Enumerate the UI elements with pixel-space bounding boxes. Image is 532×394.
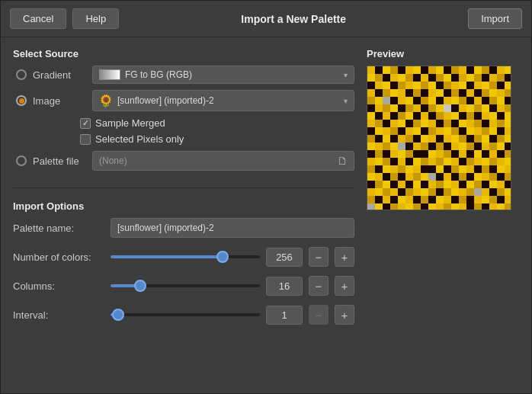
svg-rect-105 — [390, 104, 398, 112]
svg-rect-358 — [444, 203, 451, 210]
svg-rect-227 — [459, 150, 466, 158]
preview-image — [367, 66, 511, 210]
svg-rect-264 — [451, 165, 459, 173]
svg-rect-70 — [459, 89, 466, 97]
svg-rect-136 — [489, 112, 497, 120]
left-panel: Select Source Gradient FG to BG (RGB) ▾ — [13, 48, 354, 383]
svg-rect-288 — [489, 173, 497, 181]
svg-rect-12 — [451, 66, 459, 74]
svg-rect-218 — [390, 150, 398, 158]
svg-rect-167 — [436, 127, 444, 135]
svg-rect-181 — [398, 135, 405, 143]
svg-rect-332 — [390, 196, 398, 203]
num-colors-slider[interactable] — [111, 255, 260, 258]
svg-rect-18 — [497, 66, 505, 74]
svg-rect-46 — [421, 82, 428, 89]
svg-rect-364 — [489, 203, 497, 210]
svg-rect-29 — [436, 74, 444, 82]
columns-slider-thumb[interactable] — [134, 280, 146, 292]
svg-rect-343 — [474, 196, 482, 203]
svg-rect-144 — [405, 120, 413, 127]
image-label: Image — [33, 95, 86, 107]
cancel-button[interactable]: Cancel — [10, 8, 66, 29]
num-colors-slider-thumb[interactable] — [216, 251, 229, 263]
svg-rect-92 — [436, 97, 444, 104]
svg-rect-294 — [390, 181, 398, 188]
svg-rect-97 — [474, 97, 482, 104]
svg-rect-150 — [451, 120, 459, 127]
columns-increase[interactable]: + — [335, 276, 354, 296]
svg-rect-50 — [451, 82, 459, 89]
svg-rect-204 — [428, 143, 436, 150]
num-colors-increase[interactable]: + — [335, 247, 354, 267]
image-radio[interactable] — [16, 95, 27, 106]
svg-rect-101 — [505, 97, 511, 104]
svg-rect-188 — [451, 135, 459, 143]
selected-pixels-checkbox[interactable] — [80, 134, 91, 145]
svg-rect-198 — [383, 143, 390, 150]
svg-rect-220 — [405, 150, 413, 158]
palette-file-radio[interactable] — [16, 155, 27, 166]
gradient-radio[interactable] — [16, 69, 27, 80]
svg-rect-254 — [375, 165, 383, 173]
svg-rect-20 — [367, 74, 375, 82]
svg-rect-240 — [413, 158, 421, 165]
svg-rect-154 — [482, 120, 489, 127]
interval-decrease[interactable]: − — [309, 305, 328, 325]
help-button[interactable]: Help — [72, 8, 119, 29]
interval-slider[interactable] — [111, 313, 260, 316]
columns-decrease[interactable]: − — [309, 276, 328, 296]
svg-rect-22 — [383, 74, 390, 82]
interval-increase[interactable]: + — [335, 305, 354, 325]
preview-label: Preview — [367, 48, 519, 59]
svg-rect-17 — [489, 66, 497, 74]
svg-rect-260 — [421, 165, 428, 173]
sample-merged-checkbox[interactable] — [80, 118, 91, 129]
svg-rect-262 — [436, 165, 444, 173]
svg-rect-195 — [505, 135, 511, 143]
import-button[interactable]: Import — [468, 8, 522, 29]
svg-rect-37 — [497, 74, 505, 82]
gradient-dropdown[interactable]: FG to BG (RGB) ▾ — [92, 66, 354, 84]
svg-rect-75 — [497, 89, 505, 97]
svg-rect-325 — [482, 188, 489, 196]
svg-rect-28 — [428, 74, 436, 82]
file-browse-icon[interactable]: 🗋 — [337, 155, 348, 167]
interval-slider-thumb[interactable] — [112, 309, 124, 321]
svg-rect-189 — [459, 135, 466, 143]
svg-rect-266 — [466, 165, 474, 173]
svg-rect-38 — [505, 74, 511, 82]
svg-rect-178 — [375, 135, 383, 143]
svg-rect-135 — [482, 112, 489, 120]
svg-rect-322 — [459, 188, 466, 196]
num-colors-decrease[interactable]: − — [309, 247, 328, 267]
svg-rect-172 — [474, 127, 482, 135]
svg-rect-303 — [459, 181, 466, 188]
svg-rect-197 — [375, 143, 383, 150]
svg-rect-24 — [398, 74, 405, 82]
svg-rect-151 — [459, 120, 466, 127]
columns-slider[interactable] — [111, 284, 260, 287]
svg-rect-16 — [482, 66, 489, 74]
svg-rect-206 — [444, 143, 451, 150]
svg-rect-278 — [413, 173, 421, 181]
svg-rect-295 — [398, 181, 405, 188]
svg-rect-65 — [421, 89, 428, 97]
image-dropdown-arrow: ▾ — [344, 97, 348, 105]
svg-rect-219 — [398, 150, 405, 158]
svg-rect-186 — [436, 135, 444, 143]
palette-file-input[interactable]: (None) 🗋 — [92, 151, 354, 171]
svg-rect-329 — [367, 196, 375, 203]
svg-rect-344 — [482, 196, 489, 203]
svg-rect-317 — [421, 188, 428, 196]
svg-rect-223 — [428, 150, 436, 158]
svg-rect-221 — [413, 150, 421, 158]
svg-rect-292 — [375, 181, 383, 188]
svg-rect-282 — [444, 173, 451, 181]
svg-rect-71 — [466, 89, 474, 97]
svg-rect-289 — [497, 173, 505, 181]
palette-name-input[interactable] — [111, 218, 354, 238]
svg-rect-173 — [482, 127, 489, 135]
svg-rect-277 — [405, 173, 413, 181]
image-dropdown[interactable]: 🌻 [sunflower] (imported)-2 ▾ — [92, 90, 354, 111]
